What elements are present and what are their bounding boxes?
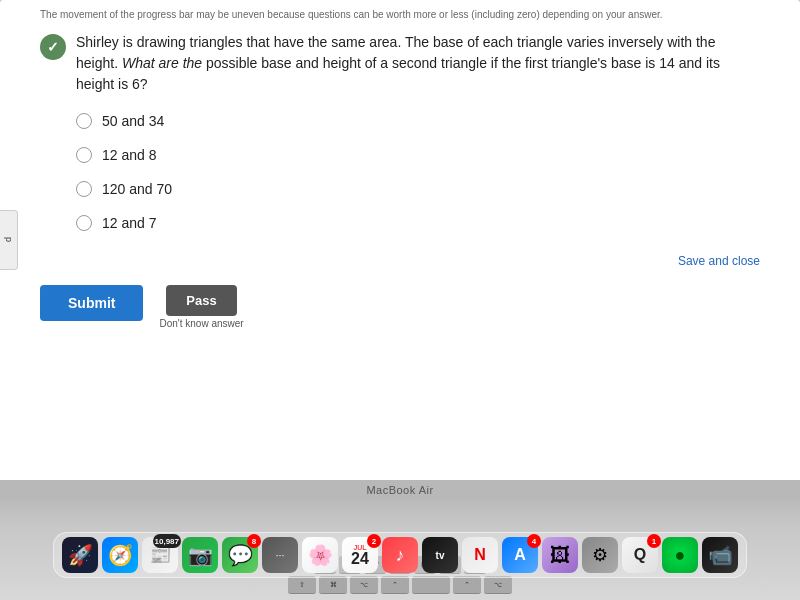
option-label-2: 12 and 8 [102,147,157,163]
key-shift[interactable]: ⇧ [288,576,316,594]
main-content: The movement of the progress bar may be … [0,0,800,480]
cal-day: 24 [351,551,369,567]
facetime-icon: 📷 [188,543,213,567]
dock-item-more[interactable]: ··· [262,537,298,573]
dock-item-syspref[interactable]: ⚙ [582,537,618,573]
option-label-4: 12 and 7 [102,215,157,231]
dock-item-green[interactable]: ● [662,537,698,573]
action-buttons: Submit Pass Don't know answer [40,285,760,329]
appstore-badge: 4 [527,534,541,548]
laptop-screen: p The movement of the progress bar may b… [0,0,800,480]
dock-item-photos[interactable]: 🌸 [302,537,338,573]
checkmark-icon: ✓ [47,40,59,54]
keyboard-row-2: ⇧ ⌘ ⌥ ⌃ ⌃ ⌥ [288,576,512,594]
news-badge: 10,987 [153,534,181,548]
dock-item-facetime[interactable]: 📷 [182,537,218,573]
question-text-italic: What are the [122,55,202,71]
option-item-1[interactable]: 50 and 34 [76,113,760,129]
key-ctrl[interactable]: ⌃ [381,576,409,594]
dock-item-news[interactable]: 📰 10,987 [142,537,178,573]
calendar-display: JUL 24 [351,544,369,567]
left-tab[interactable]: p [0,210,18,270]
progress-note: The movement of the progress bar may be … [40,8,760,22]
safari-icon: 🧭 [108,543,133,567]
radio-option-2[interactable] [76,147,92,163]
dock-item-appstore[interactable]: A 4 [502,537,538,573]
appstore-icon: A [514,546,526,564]
dock-item-rocket[interactable]: 🚀 [62,537,98,573]
messages-badge: 8 [247,534,261,548]
calendar-badge: 2 [367,534,381,548]
dock-item-safari[interactable]: 🧭 [102,537,138,573]
key-opt2[interactable]: ⌥ [484,576,512,594]
question-block: ✓ Shirley is drawing triangles that have… [40,32,760,95]
key-ctrl2[interactable]: ⌃ [453,576,481,594]
dock-item-music[interactable]: ♪ [382,537,418,573]
key-cmd[interactable]: ⌘ [319,576,347,594]
more-icon: ··· [275,549,284,561]
option-label-1: 50 and 34 [102,113,164,129]
qfinder-badge: 1 [647,534,661,548]
dock-item-calendar[interactable]: JUL 24 2 [342,537,378,573]
key-opt[interactable]: ⌥ [350,576,378,594]
radio-option-3[interactable] [76,181,92,197]
radio-option-1[interactable] [76,113,92,129]
music-icon: ♪ [396,545,405,566]
option-item-4[interactable]: 12 and 7 [76,215,760,231]
syspref-icon: ⚙ [592,544,608,566]
dock-item-messages[interactable]: 💬 8 [222,537,258,573]
dock-item-qfinder[interactable]: Q 1 [622,537,658,573]
macbook-label-bar: MacBook Air [0,480,800,500]
radio-option-4[interactable] [76,215,92,231]
key-space[interactable] [412,576,450,594]
pass-button[interactable]: Pass [166,285,236,316]
submit-button[interactable]: Submit [40,285,143,321]
save-close-link[interactable]: Save and close [678,254,760,268]
save-close-area: Save and close [40,251,760,269]
dock-item-appletv[interactable]: tv [422,537,458,573]
facetime2-icon: 📹 [708,543,733,567]
dock-item-news2[interactable]: N [462,537,498,573]
green-icon: ● [675,545,686,566]
options-list: 50 and 34 12 and 8 120 and 70 12 and 7 [76,113,760,231]
option-label-3: 120 and 70 [102,181,172,197]
laptop-bottom: MacBook Air 🚀 🧭 📰 10,987 📷 💬 8 ··· 🌸 [0,480,800,600]
photos2-icon: 🖼 [550,544,570,567]
dont-know-label: Don't know answer [159,318,243,329]
left-tab-label: p [4,237,14,242]
photos-icon: 🌸 [308,543,333,567]
option-item-3[interactable]: 120 and 70 [76,181,760,197]
dock-item-photos2[interactable]: 🖼 [542,537,578,573]
rocket-icon: 🚀 [68,543,93,567]
question-text: Shirley is drawing triangles that have t… [76,32,760,95]
macbook-label: MacBook Air [366,484,433,496]
dock-item-facetime2[interactable]: 📹 [702,537,738,573]
question-icon: ✓ [40,34,66,60]
news2-icon: N [474,546,486,564]
dock: 🚀 🧭 📰 10,987 📷 💬 8 ··· 🌸 JUL 24 2 [53,532,747,578]
messages-icon: 💬 [228,543,253,567]
pass-group: Pass Don't know answer [159,285,243,329]
appletv-icon: tv [436,550,445,561]
option-item-2[interactable]: 12 and 8 [76,147,760,163]
qfinder-icon: Q [634,546,646,564]
